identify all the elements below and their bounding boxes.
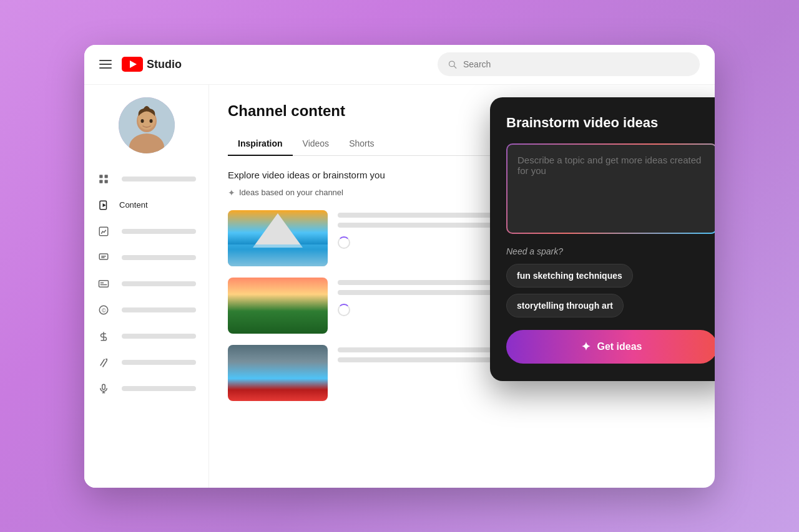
- search-bar[interactable]: [438, 52, 700, 76]
- sidebar-item-copyright[interactable]: ©: [84, 297, 208, 323]
- thumbnail-2: [228, 278, 328, 334]
- menu-button[interactable]: [99, 60, 112, 69]
- brainstorm-panel: Brainstorm video ideas Need a spark? fun…: [490, 97, 715, 381]
- content-area: Channel content Inspiration Videos Short…: [209, 85, 715, 488]
- sidebar-bar-comments: [122, 255, 196, 260]
- search-input[interactable]: [463, 59, 690, 69]
- sidebar-item-dashboard[interactable]: [84, 166, 208, 192]
- svg-rect-12: [99, 180, 102, 183]
- tab-shorts[interactable]: Shorts: [339, 132, 384, 156]
- svg-point-9: [149, 119, 152, 123]
- sidebar-bar-analytics: [122, 229, 196, 234]
- svg-text:©: ©: [102, 307, 106, 313]
- get-ideas-button[interactable]: ✦ Get ideas: [506, 330, 715, 364]
- spark-label: Need a spark?: [506, 246, 715, 256]
- magic-icon: [97, 355, 110, 369]
- search-icon: [448, 59, 457, 69]
- sidebar-bar-monetization: [122, 334, 196, 339]
- loading-spinner: [338, 236, 350, 249]
- grid-icon: [97, 172, 110, 186]
- analytics-icon: [97, 225, 110, 238]
- svg-line-3: [454, 66, 456, 68]
- sidebar-item-comments[interactable]: [84, 244, 208, 271]
- sidebar: Content: [84, 85, 209, 488]
- spark-icon: ✦: [228, 188, 235, 198]
- svg-marker-15: [103, 203, 106, 207]
- chip-storytelling[interactable]: storytelling through art: [506, 294, 624, 317]
- tab-videos[interactable]: Videos: [293, 132, 340, 156]
- sidebar-label-content: Content: [119, 200, 148, 210]
- sidebar-bar-subtitles: [122, 281, 196, 286]
- sidebar-item-audio[interactable]: [84, 375, 208, 402]
- copyright-icon: ©: [97, 303, 110, 317]
- audio-icon: [97, 382, 110, 395]
- svg-point-8: [140, 119, 144, 123]
- sidebar-item-monetization[interactable]: [84, 323, 208, 349]
- youtube-logo-icon: [122, 57, 143, 72]
- avatar: [119, 97, 175, 153]
- studio-label: Studio: [147, 58, 182, 71]
- ideas-tag-label: Ideas based on your channel: [239, 188, 343, 197]
- idea-textarea[interactable]: [506, 143, 715, 234]
- suggestion-chips: fun sketching techniques storytelling th…: [506, 264, 715, 317]
- dollar-icon: [97, 329, 110, 343]
- avatar-image: [119, 97, 175, 153]
- thumbnail-3: [228, 345, 328, 401]
- svg-rect-10: [99, 175, 102, 178]
- thumbnail-1: [228, 210, 328, 266]
- sidebar-nav: Content: [84, 166, 208, 402]
- subtitles-icon: [97, 277, 110, 291]
- chip-sketching[interactable]: fun sketching techniques: [506, 264, 633, 288]
- svg-rect-13: [105, 180, 108, 183]
- header: Studio: [84, 45, 715, 85]
- sidebar-bar-copyright: [122, 307, 196, 312]
- tab-inspiration[interactable]: Inspiration: [228, 132, 293, 156]
- get-ideas-label: Get ideas: [597, 341, 642, 352]
- sidebar-bar-customization: [122, 360, 196, 365]
- sidebar-bar-dashboard: [122, 177, 196, 181]
- button-spark-icon: ✦: [581, 340, 591, 354]
- brainstorm-title: Brainstorm video ideas: [506, 115, 715, 131]
- svg-rect-11: [105, 175, 108, 178]
- main-layout: Content: [84, 85, 715, 488]
- sidebar-item-customization[interactable]: [84, 349, 208, 375]
- sidebar-bar-audio: [122, 386, 196, 391]
- sidebar-item-analytics[interactable]: [84, 218, 208, 244]
- svg-rect-28: [102, 384, 105, 389]
- loading-spinner: [338, 304, 350, 316]
- browser-window: Studio: [84, 45, 715, 488]
- logo[interactable]: Studio: [122, 57, 182, 72]
- svg-rect-16: [99, 227, 108, 236]
- sidebar-item-subtitles[interactable]: [84, 271, 208, 297]
- svg-rect-20: [99, 280, 109, 287]
- sidebar-item-content[interactable]: Content: [84, 192, 208, 218]
- content-icon: [97, 198, 110, 212]
- comments-icon: [97, 251, 110, 264]
